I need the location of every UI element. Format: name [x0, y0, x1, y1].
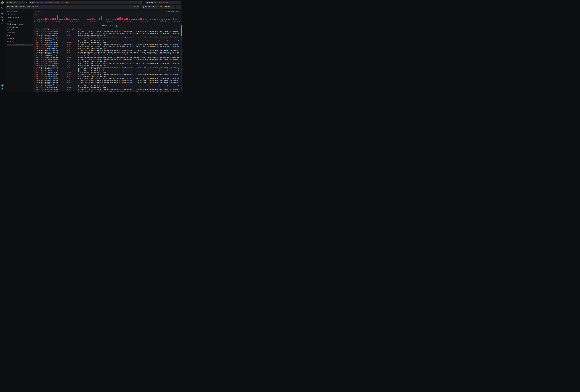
row-expand-chevron-icon[interactable]: ⟩: [34, 59, 36, 60]
table-row[interactable]: ⟩Jun 11 1:56:51.982 PMfrontenderror× {"c…: [34, 30, 182, 32]
row-expand-chevron-icon[interactable]: ⟩: [34, 46, 36, 47]
data-source-select[interactable]: Demo Logs ∧∨: [6, 1, 25, 4]
user-avatar[interactable]: U: [1, 88, 3, 90]
time-range-picker[interactable]: Jun 11 13:41:52 - Jun 11 13:56:52: [142, 5, 175, 9]
row-expand-chevron-icon[interactable]: ⟩: [34, 57, 36, 58]
settings-gear-icon[interactable]: ⚙: [25, 1, 29, 3]
table-row[interactable]: ⟩Jun 11 1:55:16.300 PMfrontenderror{"cod…: [34, 85, 182, 87]
row-expand-chevron-icon[interactable]: ⟩: [34, 63, 36, 64]
table-row[interactable]: ⟩Jun 11 1:56:32.843 PMpaymenterrorVisa c…: [34, 47, 182, 49]
filter-checkbox[interactable]: [7, 29, 8, 31]
table-row[interactable]: ⟩Jun 11 1:56:32.849 PMfrontenderror× {"c…: [34, 49, 182, 51]
analysis-mode-results-table[interactable]: Results Table: [7, 14, 31, 16]
mode-sql-toggle[interactable]: SQL: [130, 6, 132, 7]
row-expand-chevron-icon[interactable]: ⟩: [34, 83, 36, 85]
mode-lucene-toggle[interactable]: Lucene: [134, 6, 139, 7]
row-expand-chevron-icon[interactable]: ⟩: [34, 66, 36, 68]
column-header-severitytext[interactable]: ⋮SeverityText: [67, 28, 78, 30]
table-row[interactable]: ⟩Jun 11 1:55:51.452 PMfrontenderror{"cod…: [34, 70, 182, 72]
table-row[interactable]: ⟩Jun 11 1:55:39.324 PMpaymenterrorVisa c…: [34, 76, 182, 77]
table-row[interactable]: ⟩Jun 11 1:56:03.254 PMfrontenderror× {"c…: [34, 59, 182, 61]
row-expand-chevron-icon[interactable]: ⟩: [34, 49, 36, 51]
order-by-field[interactable]: ORDER BY TimestampTime DESC: [145, 1, 181, 4]
row-expand-chevron-icon[interactable]: ⟩: [34, 82, 36, 83]
filter-value-checkout[interactable]: checkout: [7, 38, 31, 39]
row-expand-chevron-icon[interactable]: ⟩: [34, 31, 36, 32]
table-row[interactable]: ⟩Jun 11 1:55:07.827 PMpaymenterrorVisa c…: [34, 87, 182, 89]
row-expand-chevron-icon[interactable]: ⟩: [34, 55, 36, 56]
column-header-servicename[interactable]: ⋮ServiceName: [52, 28, 67, 30]
search-input[interactable]: SeverityText:error AND "Visa cache full"…: [6, 5, 140, 9]
app-logo[interactable]: [1, 1, 3, 4]
table-row[interactable]: ⟩Jun 11 1:55:07.835 PMfrontenderror{"cod…: [34, 91, 182, 92]
row-expand-chevron-icon[interactable]: ⟩: [34, 76, 36, 77]
load-more-button[interactable]: ∨Load more: [7, 41, 31, 42]
table-row[interactable]: ⟩Jun 11 1:56:43.001 PMfrontenderror× {"c…: [34, 36, 182, 38]
scrollbar-thumb[interactable]: [181, 25, 182, 36]
table-row[interactable]: ⟩Jun 11 1:56:08.948 PMpaymenterrorVisa c…: [34, 55, 182, 57]
row-expand-chevron-icon[interactable]: ⟩: [34, 87, 36, 88]
filter-group-servicename[interactable]: ServiceName: [7, 35, 31, 37]
table-row[interactable]: ⟩Jun 11 1:56:42.999 PMfrontenderror{"cod…: [34, 40, 182, 42]
row-expand-chevron-icon[interactable]: ⟩: [34, 72, 36, 73]
sidebar-panel-icon[interactable]: [1, 7, 3, 9]
table-row[interactable]: ⟩Jun 11 1:55:59.767 PMfrontenderror× {"c…: [34, 66, 182, 68]
row-expand-chevron-icon[interactable]: ⟩: [34, 44, 36, 45]
row-expand-chevron-icon[interactable]: ⟩: [34, 65, 36, 66]
row-expand-chevron-icon[interactable]: ⟩: [34, 78, 36, 79]
table-row[interactable]: ⟩Jun 11 1:56:38.534 PMpaymenterrorVisa c…: [34, 42, 182, 44]
filter-value-info[interactable]: info: [7, 29, 31, 31]
table-row[interactable]: ⟩Jun 11 1:56:38.542 PMfrontenderror× {"c…: [34, 44, 182, 45]
filter-group-severitytext[interactable]: SeverityText: [7, 26, 31, 28]
row-expand-chevron-icon[interactable]: ⟩: [34, 68, 36, 70]
table-row[interactable]: ⟩Jun 11 1:55:59.760 PMpaymenterrorVisa c…: [34, 64, 182, 66]
row-expand-chevron-icon[interactable]: ⟩: [34, 42, 36, 43]
row-expand-chevron-icon[interactable]: ⟩: [34, 40, 36, 41]
table-row[interactable]: ⟩Jun 11 1:55:16.296 PMpaymenterrorVisa c…: [34, 83, 182, 85]
run-query-button[interactable]: ▷: [176, 5, 181, 9]
table-row[interactable]: ⟩Jun 11 1:56:03.252 PMfrontenderror{"cod…: [34, 62, 182, 64]
table-row[interactable]: ⟩Jun 11 1:55:51.454 PMfrontenderror× {"c…: [34, 74, 182, 76]
laptop-icon[interactable]: [1, 19, 3, 21]
table-row[interactable]: ⟩Jun 11 1:55:39.331 PMfrontenderror× {"c…: [34, 79, 182, 81]
dashboard-grid-icon[interactable]: [1, 22, 3, 24]
column-header-timestamp[interactable]: Timestamp (Local): [36, 28, 52, 30]
row-expand-chevron-icon[interactable]: ⟩: [34, 38, 36, 39]
row-expand-chevron-icon[interactable]: ⟩: [34, 74, 36, 75]
row-expand-chevron-icon[interactable]: ⟩: [34, 91, 36, 92]
select-query-field[interactable]: SELECT Timestamp, ServiceName, SeverityT…: [29, 1, 142, 4]
row-expand-chevron-icon[interactable]: ⟩: [34, 85, 36, 87]
help-button[interactable]: ?: [1, 84, 3, 87]
row-expand-chevron-icon[interactable]: ⟩: [34, 70, 36, 72]
table-row[interactable]: ⟩Jun 11 1:55:07.841 PMfrontenderror× {"c…: [34, 89, 182, 91]
logs-notebook-icon[interactable]: [1, 12, 3, 14]
filter-checkbox[interactable]: [7, 38, 8, 39]
table-row[interactable]: ⟩Jun 11 1:56:42.995 PMpaymenterrorVisa c…: [34, 38, 182, 40]
load-more-button[interactable]: ∨Load more: [7, 32, 31, 33]
row-expand-chevron-icon[interactable]: ⟩: [34, 61, 36, 62]
table-row[interactable]: ⟩Jun 11 1:56:38.540 PMfrontenderror{"cod…: [34, 46, 182, 47]
table-row[interactable]: ⟩Jun 11 1:55:59.765 PMfrontenderror{"cod…: [34, 68, 182, 70]
row-expand-chevron-icon[interactable]: ⟩: [34, 80, 36, 81]
row-expand-chevron-icon[interactable]: ⟩: [34, 36, 36, 38]
table-row[interactable]: ⟩Jun 11 1:56:51.980 PMfrontenderror{"cod…: [34, 32, 182, 34]
row-expand-chevron-icon[interactable]: ⟩: [34, 35, 36, 36]
table-row[interactable]: ⟩Jun 11 1:55:16.302 PMfrontenderror× {"c…: [34, 81, 182, 83]
denoise-checkbox[interactable]: [7, 23, 8, 25]
more-filters-button[interactable]: More filters ∨: [7, 44, 33, 46]
row-expand-chevron-icon[interactable]: ⟩: [34, 89, 36, 90]
row-expand-chevron-icon[interactable]: ⟩: [34, 48, 36, 49]
table-row[interactable]: ⟩Jun 11 1:56:08.955 PMfrontenderror{"cod…: [34, 57, 182, 59]
metrics-chart-icon[interactable]: [1, 16, 3, 18]
table-row[interactable]: ⟩Jun 11 1:56:32.848 PMfrontenderror{"cod…: [34, 51, 182, 53]
table-row[interactable]: ⟩Jun 11 1:56:51.975 PMpaymenterrorVisa c…: [34, 34, 182, 36]
row-expand-chevron-icon[interactable]: ⟩: [34, 51, 36, 53]
table-row[interactable]: ⟩Jun 11 1:56:08.956 PMfrontenderror× {"c…: [34, 53, 182, 55]
denoise-results-row[interactable]: Denoise Results: [7, 23, 31, 25]
analysis-mode-event-patterns[interactable]: Event Patterns: [7, 16, 31, 19]
resume-live-tail-button[interactable]: ⚡ Resume Live Tail: [99, 25, 117, 27]
row-expand-chevron-icon[interactable]: ⟩: [34, 33, 36, 34]
column-header-body[interactable]: ⋮Body: [78, 28, 179, 30]
table-row[interactable]: ⟩Jun 11 1:55:51.448 PMpaymenterrorVisa c…: [34, 72, 182, 74]
table-row[interactable]: ⟩Jun 11 1:56:03.248 PMpaymenterrorVisa c…: [34, 61, 182, 62]
